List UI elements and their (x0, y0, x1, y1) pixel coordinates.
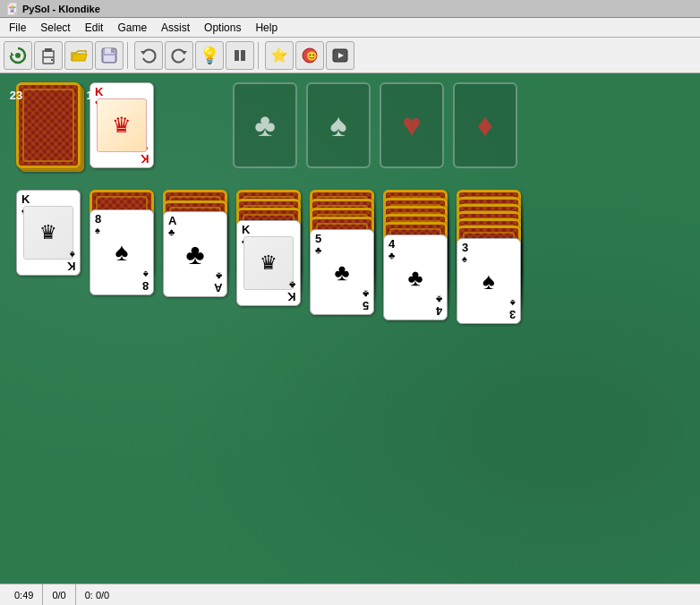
toolbar-sep-1 (127, 42, 131, 69)
redo-button[interactable] (165, 41, 193, 70)
menu-bar: File Select Edit Game Assist Options Hel… (0, 18, 700, 38)
svg-marker-0 (11, 52, 14, 55)
autoplay-button[interactable] (326, 41, 354, 70)
save-button[interactable] (95, 41, 124, 70)
status-time: 0:49 (5, 584, 43, 605)
menu-help[interactable]: Help (248, 20, 285, 36)
toolbar: 💡 ⭐ 😊 (0, 38, 700, 73)
undo-button[interactable] (134, 41, 163, 70)
foundation-diamonds[interactable]: ♦ (453, 82, 517, 168)
svg-rect-12 (241, 50, 245, 61)
menu-select[interactable]: Select (33, 20, 77, 36)
svg-rect-7 (111, 48, 114, 53)
time-value: 0:49 (14, 590, 33, 601)
stock-count: 23 (10, 89, 22, 102)
foundation-clubs[interactable]: ♣ (233, 82, 297, 168)
svg-marker-10 (182, 51, 187, 55)
score2-value: 0: 0/0 (85, 590, 110, 601)
tableau-col5-top[interactable]: 5 ♣ ♣ 5 ♣ (310, 229, 374, 315)
open-button[interactable] (64, 41, 93, 70)
status-score2: 0: 0/0 (76, 584, 119, 605)
tableau-col7-top[interactable]: 3 ♠ ♠ 3 ♠ (457, 238, 521, 324)
menu-options[interactable]: Options (197, 20, 248, 36)
waste-card[interactable]: K ♥ ♥ K ♥ ♛ (90, 82, 154, 168)
menu-game[interactable]: Game (110, 20, 154, 36)
svg-rect-8 (104, 55, 115, 62)
svg-text:😊: 😊 (306, 50, 318, 62)
tableau-col3-top[interactable]: A ♣ ♣ A ♣ (163, 211, 227, 297)
diamonds-icon: ♦ (477, 107, 493, 144)
svg-marker-9 (141, 51, 146, 55)
foundation-hearts[interactable]: ♥ (380, 82, 444, 168)
game-area[interactable]: 23 K ♥ ♥ K ♥ ♛ 1 ♣ ♠ (0, 73, 700, 584)
foundation-spades[interactable]: ♠ (306, 82, 371, 168)
tableau-col6-top[interactable]: 4 ♣ ♣ 4 ♣ (383, 234, 448, 320)
status-bar: 0:49 0/0 0: 0/0 (0, 584, 700, 605)
toolbar-sep-2 (258, 42, 261, 69)
clubs-icon: ♣ (254, 107, 276, 144)
tableau-col1-card1[interactable]: K ♠ ♛ K ♠ (16, 190, 81, 276)
window-title: PySol - Klondike (22, 4, 100, 14)
hearts-icon: ♥ (402, 107, 421, 144)
menu-edit[interactable]: Edit (78, 20, 111, 36)
svg-rect-3 (45, 48, 52, 52)
tableau-col4-top[interactable]: K ♣ ♛ K ♣ (236, 220, 301, 306)
app: 🃏 PySol - Klondike File Select Edit Game… (0, 0, 700, 605)
waste-count: 1 (86, 89, 92, 102)
new-game-button[interactable] (4, 41, 32, 70)
status-score1: 0/0 (43, 584, 75, 605)
title-bar: 🃏 PySol - Klondike (0, 0, 700, 18)
tableau-col2-top[interactable]: 8 ♠ ♠ 8 ♠ (90, 209, 154, 295)
stats-button[interactable]: ⭐ (265, 41, 294, 70)
svg-rect-11 (235, 50, 239, 61)
svg-point-1 (15, 53, 21, 58)
hint-button[interactable]: 💡 (195, 41, 224, 70)
svg-rect-4 (51, 59, 53, 61)
menu-assist[interactable]: Assist (154, 20, 197, 36)
pause-button[interactable] (226, 41, 254, 70)
spades-icon: ♠ (329, 107, 346, 144)
app-icon: 🃏 (5, 3, 19, 15)
score1-value: 0/0 (52, 590, 65, 601)
menu-file[interactable]: File (2, 20, 33, 36)
print-button[interactable] (34, 41, 63, 70)
rules-button[interactable]: 😊 (295, 41, 324, 70)
